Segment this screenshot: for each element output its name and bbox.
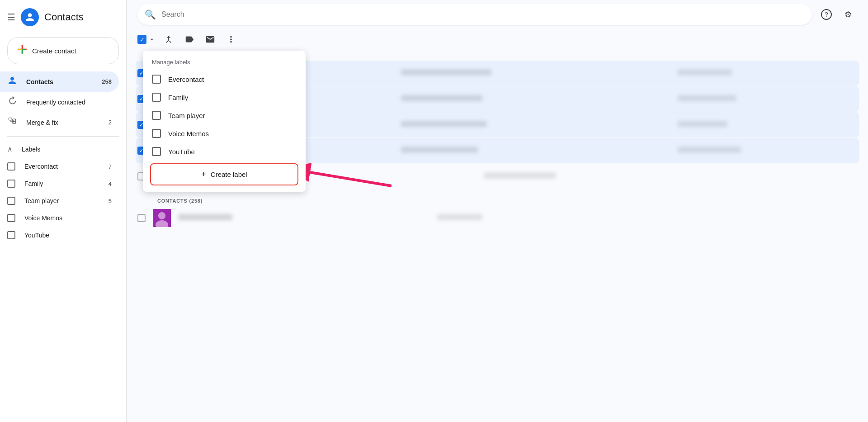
sidebar-frequently-label: Frequently contacted: [26, 99, 112, 106]
contact-email-3: [401, 121, 670, 129]
email-toolbar-icon: [205, 34, 215, 44]
labels-section-header[interactable]: ∧ Labels: [0, 140, 126, 158]
create-contact-button[interactable]: Create contact: [7, 37, 119, 64]
label-tag-dropdown-icon-3: [152, 111, 161, 120]
select-dropdown-button[interactable]: [147, 34, 156, 45]
dropdown-team-player-label: Team player: [168, 112, 205, 119]
hamburger-icon[interactable]: ☰: [7, 12, 15, 23]
contact-phone-4: [678, 147, 857, 155]
sidebar-item-frequently-contacted[interactable]: Frequently contacted: [0, 92, 119, 112]
contact-phone-3: [678, 121, 857, 129]
history-icon: [7, 96, 17, 108]
contact-name-6: [178, 214, 430, 222]
app-logo: [21, 8, 39, 26]
sidebar-merge-count: 2: [108, 119, 112, 126]
label-tag-icon-3: [7, 197, 15, 205]
create-contact-label: Create contact: [32, 47, 76, 55]
label-tag-dropdown-icon-4: [152, 129, 161, 138]
label-tag-icon-2: [7, 180, 15, 188]
dropdown-item-family[interactable]: Family: [143, 88, 306, 106]
sidebar-voice-memos-label: Voice Memos: [24, 214, 112, 222]
sidebar-item-merge-fix[interactable]: Merge & fix 2: [0, 112, 119, 133]
merge-toolbar-button[interactable]: [160, 31, 177, 48]
contact-phone-2: [678, 95, 857, 103]
merge-icon: [7, 117, 17, 128]
contact-phone-1: [678, 69, 857, 77]
labels-header-label: Labels: [22, 146, 40, 153]
manage-labels-dropdown: Manage labels Evercontact Family Team pl…: [143, 51, 306, 192]
app-title: Contacts: [44, 11, 84, 23]
dropdown-item-youtube[interactable]: YouTube: [143, 142, 306, 161]
settings-button[interactable]: ⚙: [839, 5, 857, 24]
create-label-button[interactable]: + Create label: [150, 163, 298, 185]
topbar-actions: ? ⚙: [817, 5, 857, 24]
more-toolbar-icon: [226, 34, 236, 44]
merge-toolbar-icon: [164, 34, 174, 44]
dropdown-evercontact-label: Evercontact: [168, 76, 204, 83]
dropdown-item-evercontact[interactable]: Evercontact: [143, 70, 306, 88]
select-checkbox-group: ✓: [137, 34, 156, 45]
sidebar-evercontact-label: Evercontact: [24, 163, 99, 170]
label-tag-dropdown-icon-5: [152, 147, 161, 156]
sidebar-contacts-count: 258: [102, 78, 112, 85]
row-checkbox-6[interactable]: [137, 214, 146, 222]
sidebar-item-team-player[interactable]: Team player 5: [0, 192, 119, 209]
sidebar-item-voice-memos[interactable]: Voice Memos: [0, 209, 119, 227]
svg-rect-7: [9, 118, 12, 120]
help-button[interactable]: ?: [817, 5, 835, 24]
contact-email-1: [401, 69, 670, 77]
sidebar-contacts-label: Contacts: [26, 78, 93, 85]
table-row[interactable]: [136, 205, 859, 231]
contact-info-6: [437, 214, 857, 222]
contacts-count-header: CONTACTS (258): [136, 193, 859, 205]
label-toolbar-button[interactable]: [181, 31, 198, 48]
create-label-text: Create label: [211, 171, 247, 178]
search-icon: 🔍: [145, 9, 156, 20]
sidebar-family-label: Family: [24, 180, 99, 187]
sidebar-item-family[interactable]: Family 4: [0, 175, 119, 192]
dropdown-item-voice-memos[interactable]: Voice Memos: [143, 124, 306, 142]
sidebar-youtube-label: YouTube: [24, 232, 112, 239]
sidebar-family-count: 4: [108, 180, 112, 187]
chevron-up-icon: ∧: [7, 145, 13, 153]
label-tag-dropdown-icon-2: [152, 93, 161, 102]
sidebar-evercontact-count: 7: [108, 163, 112, 170]
dropdown-title: Manage labels: [143, 54, 306, 70]
sidebar-team-player-count: 5: [108, 198, 112, 204]
sidebar-item-contacts[interactable]: Contacts 258: [0, 71, 119, 92]
dropdown-voice-memos-label: Voice Memos: [168, 130, 209, 138]
sidebar-merge-label: Merge & fix: [26, 119, 99, 126]
more-toolbar-button[interactable]: [222, 31, 240, 48]
sidebar-item-youtube[interactable]: YouTube: [0, 227, 119, 244]
contact-email-2: [401, 95, 670, 103]
checkmark-icon: ✓: [140, 36, 145, 43]
sidebar-team-player-label: Team player: [24, 197, 99, 204]
label-tag-icon: [7, 162, 15, 171]
svg-point-16: [158, 212, 165, 219]
contact-email-4: [401, 147, 670, 155]
search-bar: 🔍: [137, 4, 812, 25]
settings-icon: ⚙: [844, 9, 852, 19]
contacts-section: CONTACTS (258): [127, 193, 868, 231]
create-label-plus-icon: +: [201, 170, 206, 179]
main-area: 🔍 ? ⚙ ✓: [127, 0, 868, 422]
avatar: [153, 209, 171, 227]
person-icon: [7, 76, 17, 87]
dropdown-youtube-label: YouTube: [168, 148, 195, 156]
toolbar: ✓: [127, 29, 868, 50]
label-tag-icon-5: [7, 231, 15, 239]
sidebar-nav: Contacts 258 Frequently contacted: [0, 71, 126, 244]
label-tag-dropdown-icon-1: [152, 75, 161, 84]
search-input[interactable]: [161, 10, 805, 19]
dropdown-family-label: Family: [168, 94, 188, 101]
topbar: 🔍 ? ⚙: [127, 0, 868, 29]
select-all-checkbox[interactable]: ✓: [137, 35, 146, 44]
help-icon: ?: [821, 9, 832, 20]
contact-email-5: [484, 172, 857, 180]
dropdown-item-team-player[interactable]: Team player: [143, 106, 306, 124]
sidebar-header: ☰ Contacts: [0, 4, 126, 33]
sidebar-item-evercontact[interactable]: Evercontact 7: [0, 158, 119, 175]
label-tag-icon-4: [7, 214, 15, 222]
label-toolbar-icon: [184, 34, 194, 44]
email-toolbar-button[interactable]: [202, 31, 219, 48]
